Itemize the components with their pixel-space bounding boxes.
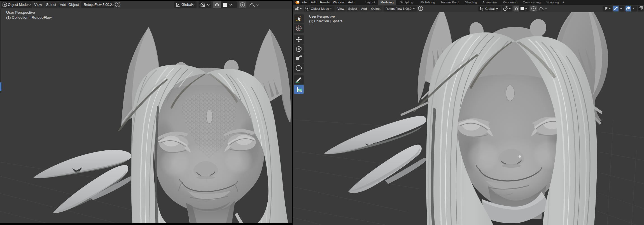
svg-text:?: ? xyxy=(420,7,421,10)
svg-text:?: ? xyxy=(116,3,118,7)
